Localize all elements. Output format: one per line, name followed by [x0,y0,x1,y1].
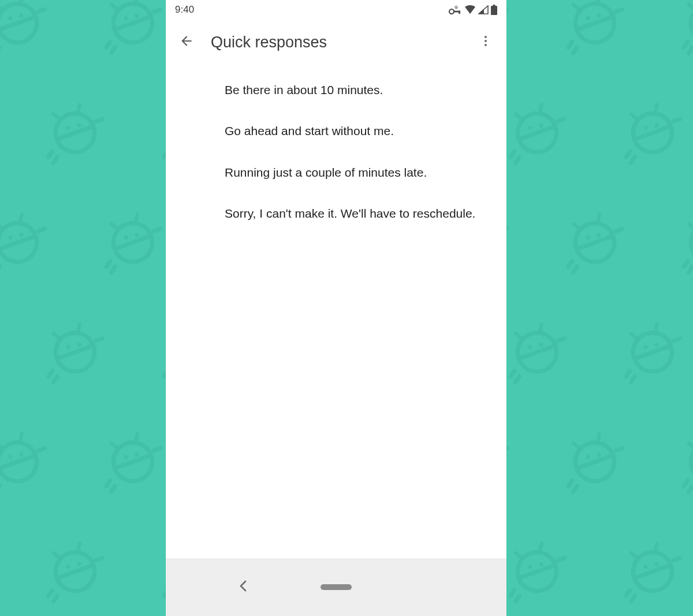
status-bar: 9:40 G [166,0,506,20]
svg-line-340 [509,371,516,376]
svg-point-372 [18,452,24,457]
svg-line-447 [52,596,58,602]
svg-point-416 [585,454,590,460]
vpn-key-icon: G [448,5,462,14]
svg-line-159 [52,157,58,163]
svg-point-156 [76,123,81,128]
svg-line-442 [57,565,93,578]
svg-line-87 [0,47,1,53]
svg-line-348 [629,376,636,382]
list-item[interactable]: Go ahead and start without me. [166,110,506,151]
svg-line-448 [47,590,54,596]
cell-signal-icon [478,5,489,14]
svg-line-241 [105,261,111,267]
svg-point-479 [527,564,532,569]
svg-line-130 [573,3,580,11]
svg-line-384 [110,486,116,492]
svg-point-417 [596,452,601,457]
svg-line-347 [653,324,660,332]
svg-line-134 [616,9,622,12]
svg-line-382 [111,442,118,450]
svg-line-190 [519,126,555,140]
svg-point-335 [527,345,532,350]
svg-point-273 [596,233,601,238]
svg-line-86 [18,0,24,3]
svg-line-343 [634,346,670,359]
svg-line-445 [54,551,60,559]
nav-back-button[interactable] [235,579,251,595]
svg-line-420 [572,486,578,492]
svg-point-480 [538,562,543,567]
svg-point-576 [449,9,454,14]
svg-line-341 [558,338,564,341]
wifi-icon [464,5,476,14]
svg-line-157 [54,113,60,121]
svg-point-84 [18,13,24,18]
svg-line-430 [683,480,689,486]
svg-line-449 [96,558,102,560]
svg-point-93 [134,13,139,18]
svg-rect-578 [459,11,460,14]
svg-line-418 [573,442,580,450]
svg-line-278 [616,229,622,231]
back-button[interactable] [174,29,199,55]
svg-line-231 [0,267,1,272]
svg-line-421 [567,480,573,486]
svg-line-85 [0,3,2,11]
svg-line-203 [653,104,660,113]
svg-line-350 [673,338,680,341]
svg-line-141 [687,47,693,53]
svg-line-302 [76,324,82,332]
list-item[interactable]: Running just a couple of minutes late. [166,152,506,193]
svg-line-286 [683,261,689,267]
svg-line-274 [573,222,580,230]
svg-line-482 [538,543,544,551]
svg-point-201 [654,123,659,128]
svg-line-422 [616,448,622,450]
svg-line-158 [76,104,82,113]
svg-line-239 [133,214,140,222]
svg-line-346 [631,332,638,340]
more-vert-icon [479,34,493,50]
svg-line-478 [519,565,555,578]
phone-frame: 9:40 G [166,0,506,616]
arrow-back-icon [179,33,194,51]
svg-line-429 [687,486,693,492]
responses-list: Be there in about 10 minutes. Go ahead a… [166,65,506,558]
svg-point-371 [8,454,13,460]
svg-point-83 [8,16,13,21]
svg-line-205 [625,151,631,157]
overflow-menu-button[interactable] [473,29,498,55]
svg-line-374 [18,434,24,442]
svg-line-305 [96,338,102,341]
svg-line-481 [516,551,522,559]
list-item[interactable]: Be there in about 10 minutes. [166,69,506,110]
svg-point-381 [134,452,139,457]
svg-point-583 [485,40,487,42]
svg-line-97 [105,42,111,47]
list-item[interactable]: Sorry, I can't make it. We'll have to re… [166,193,506,234]
svg-line-233 [38,229,44,231]
svg-line-82 [0,17,36,30]
svg-line-95 [133,0,140,3]
svg-line-196 [509,151,516,157]
svg-point-236 [123,235,128,240]
app-bar: Quick responses [166,20,506,65]
svg-line-303 [52,376,58,382]
svg-point-192 [538,123,543,128]
svg-point-344 [643,345,648,350]
svg-line-446 [76,543,82,551]
svg-line-161 [96,119,102,121]
svg-point-228 [18,233,24,238]
nav-home-pill[interactable] [321,584,352,590]
svg-line-490 [631,551,638,559]
svg-line-370 [0,456,36,469]
svg-line-226 [0,236,36,249]
svg-line-285 [687,267,693,272]
svg-line-373 [0,442,2,450]
svg-point-488 [643,564,648,569]
svg-line-202 [631,113,638,121]
svg-line-98 [154,9,160,12]
svg-line-193 [516,113,522,121]
svg-line-419 [595,434,602,442]
